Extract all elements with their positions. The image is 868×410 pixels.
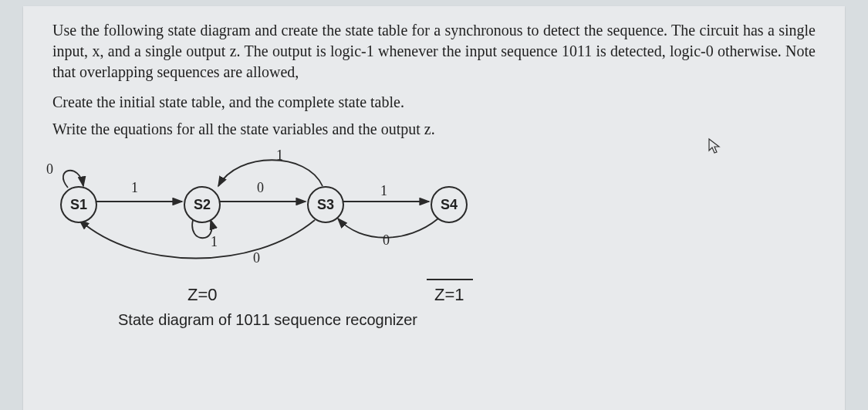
problem-paragraph-2: Create the initial state table, and the … — [52, 93, 816, 111]
diagram-caption: State diagram of 1011 sequence recognize… — [118, 311, 417, 329]
edge-label-s2-s3: 0 — [257, 180, 264, 196]
edge-label-s3-s1: 0 — [253, 250, 260, 266]
output-z1: Z=1 — [434, 285, 464, 305]
state-s1: S1 — [60, 186, 97, 223]
diagram-arrows — [37, 147, 577, 325]
edge-label-s3-s4: 1 — [380, 183, 387, 199]
cursor-icon — [708, 137, 721, 158]
edge-label-top-arc: 1 — [276, 147, 283, 164]
output-z0: Z=0 — [187, 285, 218, 305]
document-page: Use the following state diagram and crea… — [23, 6, 845, 410]
state-s2: S2 — [184, 186, 221, 223]
problem-paragraph-1: Use the following state diagram and crea… — [52, 20, 816, 83]
state-s4: S4 — [431, 186, 468, 223]
state-diagram: S1 S2 S3 S4 0 1 0 1 1 1 0 0 Z=0 Z=1 Stat… — [37, 147, 577, 325]
edge-label-s1-self: 0 — [46, 161, 53, 178]
edge-label-s4-s3: 0 — [383, 232, 390, 249]
state-s3: S3 — [307, 186, 344, 223]
z-divider — [427, 279, 473, 280]
edge-label-s1-s2: 1 — [131, 180, 138, 196]
edge-label-s2-self: 1 — [211, 234, 218, 250]
problem-paragraph-3: Write the equations for all the state va… — [52, 120, 816, 138]
